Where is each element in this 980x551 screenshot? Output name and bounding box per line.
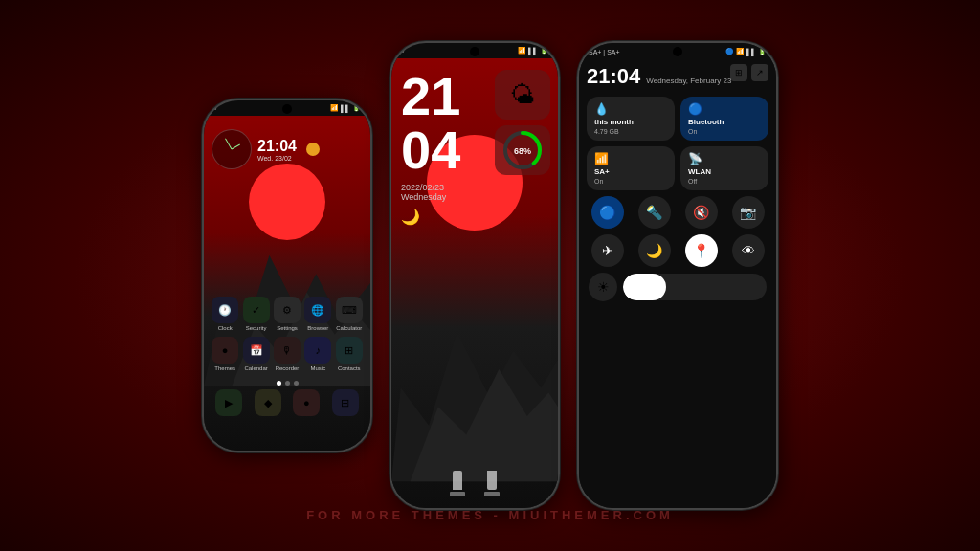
app-misc-4[interactable]: ⊟ — [330, 389, 361, 416]
cc-btn-bt[interactable]: 🔵 — [591, 196, 624, 229]
cc-btn-airplane[interactable]: ✈ — [591, 234, 624, 267]
calendar-icon: 📅 — [243, 337, 270, 364]
app-music[interactable]: ♪ Music — [302, 337, 333, 371]
cc-top-tiles: 💧 this month 4.79 GB 🔵 Bluetooth On — [587, 97, 768, 141]
cc-brightness-row: ☀ — [587, 273, 768, 301]
punch-hole-3 — [673, 47, 682, 56]
wifi-icon-3: 📶 — [736, 48, 745, 55]
signal-tile[interactable]: 📶 SA+ On — [587, 146, 675, 190]
phone-1: ● 📶 ▌▌ 🔋 21:04 Wed. 23/02 🕐 — [202, 99, 372, 452]
svg-text:68%: 68% — [514, 146, 531, 156]
bluetooth-tile-icon: 🔵 — [688, 102, 761, 116]
contacts-icon: ⊞ — [336, 337, 363, 364]
p2-moon-icon: 🌙 — [401, 208, 460, 226]
misc-icon-2: ◆ — [255, 389, 281, 416]
bluetooth-tile-sub: On — [688, 128, 761, 135]
p3-time-row: 21:04 Wednesday, February 23 ⊞ ↗ — [587, 64, 768, 89]
cc-icon-row-2: ✈ 🌙 📍 👁 — [587, 234, 768, 267]
misc-icon-3: ● — [293, 389, 320, 416]
app-misc-2[interactable]: ◆ — [253, 389, 283, 416]
brightness-icon[interactable]: ☀ — [589, 273, 617, 301]
app-calculator[interactable]: ⌨ Calculator — [334, 297, 365, 331]
p2-widgets: 🌤 68% — [495, 70, 550, 175]
wlan-tile[interactable]: 📡 WLAN Off — [680, 146, 768, 190]
clock-date: Wed. 23/02 — [257, 155, 297, 162]
app-misc-3[interactable]: ● — [291, 389, 322, 416]
music-icon: ♪ — [304, 337, 331, 364]
clock-face — [212, 129, 252, 169]
app-misc-1[interactable]: ▶ — [213, 389, 244, 416]
battery-widget: 68% — [495, 125, 550, 175]
dot-2 — [285, 381, 290, 386]
cc-btn-mute[interactable]: 🔇 — [685, 196, 718, 229]
app-security[interactable]: ✓ Security — [241, 297, 272, 331]
security-icon: ✓ — [243, 297, 270, 323]
app-row-1: 🕐 Clock ✓ Security ⚙ Settings 🌐 Browser … — [210, 297, 365, 331]
p2-time-2: 04 — [401, 123, 460, 177]
bluetooth-tile-label: Bluetooth — [688, 118, 761, 126]
watermark: FOR MORE THEMES - MIUITHEMER.COM — [306, 508, 674, 522]
recorder-icon: 🎙 — [274, 337, 301, 364]
page-dots — [210, 377, 365, 389]
signal-tile-label: SA+ — [594, 167, 667, 176]
weather-icon: 🌤 — [510, 80, 535, 110]
signal-icon-3: ▌▌ — [746, 49, 756, 55]
brightness-fill — [623, 274, 666, 300]
edit-icon[interactable]: ⊞ — [730, 64, 747, 81]
share-icon[interactable]: ↗ — [751, 64, 768, 81]
wifi-icon-1: 📶 — [330, 104, 339, 112]
wallpaper-2: 21 04 2022/02/23 Wednesday 🌙 🌤 68% — [391, 58, 558, 508]
p2-time-1: 21 — [401, 70, 460, 123]
wlan-tile-label: WLAN — [688, 167, 761, 176]
bluetooth-tile[interactable]: 🔵 Bluetooth On — [680, 97, 768, 141]
battery-icon-2: 🔋 — [540, 47, 548, 55]
app-contacts[interactable]: ⊞ Contacts — [334, 337, 365, 371]
settings-icon: ⚙ — [274, 297, 301, 323]
dot-1 — [277, 381, 281, 386]
cc-btn-screenshot[interactable]: 📷 — [732, 196, 765, 229]
wallpaper-1: 21:04 Wed. 23/02 🕐 Clock ✓ Security ⚙ Se… — [204, 116, 370, 451]
battery-icon-1: 🔋 — [352, 104, 361, 112]
data-tile-value: 4.79 GB — [594, 128, 667, 135]
cc-icon-row-1: 🔵 🔦 🔇 📷 — [587, 196, 768, 229]
app-recorder[interactable]: 🎙 Recorder — [272, 337, 302, 371]
brightness-bar[interactable] — [623, 274, 767, 300]
carrier-label: SA+ | SA+ — [589, 49, 620, 55]
misc-icon-1: ▶ — [215, 389, 242, 416]
cc-btn-dnd[interactable]: 🌙 — [638, 234, 671, 267]
status-time-2: ● — [401, 48, 405, 54]
wlan-tile-icon: 📡 — [688, 152, 761, 165]
app-browser[interactable]: 🌐 Browser — [302, 297, 333, 331]
app-themes[interactable]: ● Themes — [210, 337, 240, 371]
signal-tile-sub: On — [594, 178, 667, 185]
tool-2 — [484, 471, 500, 496]
calculator-icon: ⌨ — [336, 297, 363, 323]
misc-icon-4: ⊟ — [332, 389, 359, 416]
signal-icon-2: ▌▌ — [528, 48, 538, 55]
dot-3 — [294, 381, 299, 386]
roller-base — [484, 492, 500, 496]
cc-btn-location[interactable]: 📍 — [685, 234, 718, 267]
cc-btn-flashlight[interactable]: 🔦 — [638, 196, 671, 229]
app-row-2: ● Themes 📅 Calendar 🎙 Recorder ♪ Music ⊞ — [210, 337, 365, 371]
app-row-3: ▶ ◆ ● ⊟ — [210, 389, 365, 416]
app-calendar[interactable]: 📅 Calendar — [241, 337, 272, 371]
paint-roller-icon — [487, 471, 497, 490]
tool-1 — [450, 471, 465, 496]
mountains-2 — [391, 193, 558, 508]
clock-widget-1: 21:04 Wed. 23/02 — [212, 129, 320, 169]
cc-btn-eye[interactable]: 👁 — [732, 234, 765, 267]
status-time-1: ● — [213, 105, 217, 111]
cc-second-tiles: 📶 SA+ On 📡 WLAN Off — [587, 146, 768, 190]
browser-icon: 🌐 — [304, 297, 331, 323]
data-tile-label: this month — [594, 118, 667, 126]
brush-base — [450, 492, 465, 496]
app-clock[interactable]: 🕐 Clock — [210, 297, 240, 331]
punch-hole-1 — [282, 104, 292, 114]
data-tile[interactable]: 💧 this month 4.79 GB — [587, 97, 675, 141]
app-settings[interactable]: ⚙ Settings — [272, 297, 302, 331]
wlan-tile-sub: Off — [688, 178, 761, 185]
header-action-icons: ⊞ ↗ — [730, 64, 768, 81]
clock-time: 21:04 — [257, 138, 297, 155]
phone-3: SA+ | SA+ 🔵 📶 ▌▌ 🔋 21:04 Wednesday, Febr… — [577, 41, 778, 510]
